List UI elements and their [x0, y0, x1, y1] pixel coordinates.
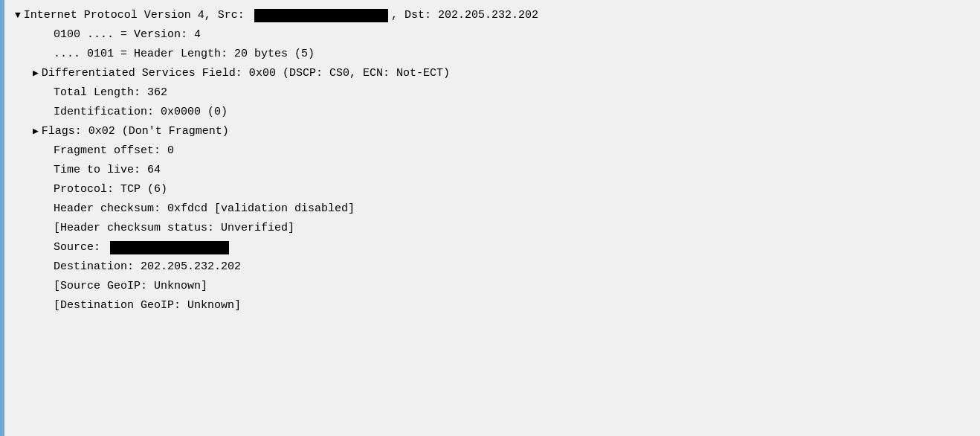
source-geoip-row: [Source GeoIP: Unknown] — [15, 277, 965, 296]
packet-content: Internet Protocol Version 4, Src: , Dst:… — [0, 6, 980, 315]
fragment-offset-row: Fragment offset: 0 — [15, 141, 965, 161]
header-checksum-status-text: [Header checksum status: Unverified] — [54, 219, 294, 237]
version-row: 0100 .... = Version: 4 — [15, 25, 965, 45]
header-checksum-text: Header checksum: 0xfdcd [validation disa… — [54, 200, 355, 218]
destination-geoip-text: [Destination GeoIP: Unknown] — [54, 297, 241, 315]
destination-row: Destination: 202.205.232.202 — [15, 257, 965, 277]
ip-header-text: Internet Protocol Version 4, Src: — [24, 7, 251, 25]
source-geoip-text: [Source GeoIP: Unknown] — [54, 278, 207, 295]
protocol-row: Protocol: TCP (6) — [15, 180, 965, 199]
identification-row: Identification: 0x0000 (0) — [15, 103, 965, 122]
flags-text: Flags: 0x02 (Don't Fragment) — [42, 123, 229, 141]
flags-row[interactable]: Flags: 0x02 (Don't Fragment) — [15, 122, 965, 141]
source-row: Source: — [15, 238, 965, 257]
total-length-row: Total Length: 362 — [15, 83, 965, 103]
protocol-text: Protocol: TCP (6) — [54, 181, 167, 199]
expand-arrow-flags[interactable] — [33, 124, 39, 140]
destination-text: Destination: 202.205.232.202 — [54, 258, 241, 276]
expand-arrow-ip[interactable] — [15, 8, 21, 24]
diff-services-text: Differentiated Services Field: 0x00 (DSC… — [42, 65, 450, 83]
ttl-row: Time to live: 64 — [15, 161, 965, 180]
fragment-offset-text: Fragment offset: 0 — [54, 142, 174, 160]
source-label: Source: — [54, 239, 107, 257]
identification-text: Identification: 0x0000 (0) — [54, 103, 228, 121]
header-length-row: .... 0101 = Header Length: 20 bytes (5) — [15, 45, 965, 64]
expand-arrow-diff-services[interactable] — [33, 66, 39, 82]
ttl-text: Time to live: 64 — [54, 161, 161, 179]
source-ip-redacted — [110, 241, 229, 254]
diff-services-row[interactable]: Differentiated Services Field: 0x00 (DSC… — [15, 64, 965, 83]
ip-header-row[interactable]: Internet Protocol Version 4, Src: , Dst:… — [15, 6, 965, 25]
total-length-text: Total Length: 362 — [54, 84, 167, 102]
destination-geoip-row: [Destination GeoIP: Unknown] — [15, 296, 965, 315]
src-ip-redacted — [254, 9, 388, 22]
header-checksum-status-row: [Header checksum status: Unverified] — [15, 219, 965, 238]
header-length-text: .... 0101 = Header Length: 20 bytes (5) — [54, 45, 315, 63]
left-accent-bar — [0, 0, 4, 436]
header-checksum-row: Header checksum: 0xfdcd [validation disa… — [15, 199, 965, 219]
version-text: 0100 .... = Version: 4 — [54, 26, 201, 44]
packet-detail-panel: Internet Protocol Version 4, Src: , Dst:… — [0, 0, 980, 436]
ip-header-dst: , Dst: 202.205.232.202 — [391, 7, 538, 25]
